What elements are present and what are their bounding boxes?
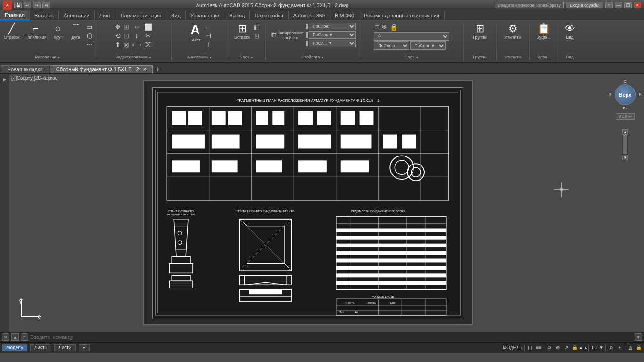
btn-edit8[interactable]: ↕: [131, 32, 142, 40]
osnap-icon[interactable]: ↗: [563, 345, 570, 351]
btn-layer-manager[interactable]: ≡: [374, 23, 380, 31]
draw-expand-icon[interactable]: ▼: [58, 56, 61, 59]
tab-manage[interactable]: Управление: [186, 10, 224, 20]
btn-text[interactable]: A Текст: [187, 23, 204, 43]
search-bar[interactable]: Введите ключевое слово/фразу: [495, 2, 564, 8]
add-icon[interactable]: +: [616, 345, 623, 351]
polar-icon[interactable]: ⊕: [554, 345, 561, 351]
cmd-scroll-btn[interactable]: ▼: [635, 333, 642, 341]
3dosnap-icon[interactable]: 🔒: [571, 345, 578, 351]
layer-select[interactable]: 0: [374, 32, 449, 41]
block-expand-icon[interactable]: ▼: [250, 56, 254, 59]
scroll-down-btn[interactable]: ▼: [622, 155, 628, 160]
tab-drawing[interactable]: Сборный фундамент Ф 1.5X1.5 - 2* ✕: [50, 65, 153, 73]
btn-draw-extra1[interactable]: ▭: [85, 23, 94, 31]
tab-annotations[interactable]: Аннотации: [59, 10, 95, 20]
btn-circle[interactable]: ○ Круг: [50, 23, 66, 41]
btn-edit5[interactable]: ⊡: [123, 32, 130, 40]
cmd-close-btn[interactable]: ✕: [2, 333, 9, 341]
btn-edit12[interactable]: ⌧: [143, 41, 153, 49]
btn-edit3[interactable]: ⬆: [114, 41, 122, 49]
layer-dropdown-1[interactable]: ПоСлою: [309, 23, 356, 30]
btn-edit11[interactable]: ✂: [143, 32, 153, 40]
btn-edit10[interactable]: ⬜: [143, 23, 153, 31]
edit-expand-icon[interactable]: ▼: [149, 56, 152, 59]
btn-edit6[interactable]: ⊠: [123, 41, 130, 49]
btn-utilities[interactable]: ⚙ Утилиты: [503, 23, 523, 41]
signin-button[interactable]: Вход в службы: [566, 2, 603, 8]
mcs-badge[interactable]: МСК ↩: [616, 113, 635, 120]
btn-annot3[interactable]: ⊥: [205, 41, 212, 49]
otrack-icon[interactable]: ▲▲: [580, 345, 586, 351]
btn-annot1[interactable]: ⊢: [205, 23, 212, 31]
snap-icon[interactable]: ≡≡: [535, 345, 542, 351]
btn-insert[interactable]: ⊞ Вставка: [232, 23, 252, 41]
props-expand-icon[interactable]: ▼: [321, 56, 324, 59]
tab-view[interactable]: Вид: [166, 10, 186, 20]
tab-sheet[interactable]: Лист: [95, 10, 116, 20]
btn-layer-lock[interactable]: 🔒: [389, 23, 399, 31]
layers-expand-icon[interactable]: ▼: [416, 56, 419, 59]
tab-addons[interactable]: Надстройки: [250, 10, 288, 20]
close-button[interactable]: ✕: [634, 2, 641, 8]
cube-center-btn[interactable]: Верх: [615, 84, 636, 105]
btn-annot2[interactable]: ⊣: [205, 32, 212, 40]
restore-button[interactable]: ❐: [624, 2, 632, 8]
btn-line[interactable]: ╱ Отрезок: [2, 23, 22, 41]
quick-access-redo[interactable]: ↪: [33, 2, 41, 8]
layer-dropdown-2[interactable]: ПоСлок ▼: [309, 31, 356, 39]
tab-parametrize[interactable]: Параметризация: [116, 10, 166, 20]
cmd-menu-btn[interactable]: ≡: [21, 333, 28, 341]
ortho-icon[interactable]: ↺: [546, 345, 553, 351]
btn-polyline[interactable]: ⌐ Полилиния: [23, 23, 49, 41]
tab-output[interactable]: Вывод: [224, 10, 250, 20]
tab-home[interactable]: Главная: [0, 10, 30, 20]
tab-bim360[interactable]: BIM 360: [330, 10, 359, 20]
btn-edit4[interactable]: ⊞: [123, 23, 130, 31]
layer-linetype-select[interactable]: ПоСлок ▼: [410, 41, 446, 50]
btn-block2[interactable]: ⊡: [253, 32, 261, 40]
scale-text[interactable]: 1:1 ▼: [591, 345, 603, 350]
quick-access-save[interactable]: 💾: [14, 2, 22, 8]
btn-layer-freeze[interactable]: ❄: [380, 23, 388, 31]
statusbar-sheet2-tab[interactable]: Лист2: [54, 344, 75, 351]
statusbar-model-tab[interactable]: Модель: [2, 344, 27, 351]
command-input[interactable]: [30, 334, 633, 340]
workspace-icon[interactable]: 🖥: [627, 345, 634, 351]
grid-icon[interactable]: |||: [527, 345, 533, 351]
lock-icon[interactable]: 🔒: [636, 345, 642, 351]
layer-color-select[interactable]: ПоСлою: [374, 41, 409, 50]
tab-newtab[interactable]: Новая вкладка: [1, 65, 49, 73]
btn-edit7[interactable]: ↔: [131, 23, 142, 31]
btn-edit2[interactable]: ⟲: [114, 32, 122, 40]
btn-copy-props[interactable]: ⧉ Копированиесвойств: [269, 29, 305, 41]
btn-block1[interactable]: ▦: [253, 23, 261, 31]
tab-recommended[interactable]: Рекомендованные приложения: [359, 10, 445, 20]
quick-access-undo[interactable]: ↩: [24, 2, 31, 8]
tab-insert[interactable]: Вставка: [30, 10, 59, 20]
annotation-expand-icon[interactable]: ▼: [209, 56, 212, 59]
minimize-button[interactable]: —: [615, 2, 622, 8]
scroll-thumb[interactable]: [623, 135, 627, 154]
btn-draw-extra2[interactable]: ⬡: [85, 32, 94, 40]
quick-access-print[interactable]: 🖨: [42, 2, 50, 8]
statusbar-add-tab[interactable]: +: [79, 344, 90, 351]
btn-groups[interactable]: ⊞ Группы: [471, 23, 489, 41]
scroll-up-btn[interactable]: ▲: [622, 129, 628, 135]
statusbar-sheet1-tab[interactable]: Лист1: [30, 344, 51, 351]
cmd-up-btn[interactable]: ▲: [11, 333, 19, 341]
tab-a360[interactable]: Autodesk 360: [289, 10, 330, 20]
help-button[interactable]: ?: [605, 2, 613, 8]
btn-clipboard[interactable]: 📋 Буфе...: [535, 23, 553, 41]
btn-edit9[interactable]: ⟷: [131, 41, 142, 49]
layer-dropdown-3[interactable]: ПоСл... ▼: [309, 40, 356, 47]
scrollbar-right[interactable]: ▲ ▼: [622, 129, 628, 160]
btn-view[interactable]: 👁 Вид: [561, 23, 578, 41]
btn-arc[interactable]: ⌒ Дуга: [67, 23, 84, 41]
tab-drawing-close[interactable]: ✕: [143, 67, 147, 72]
btn-draw-extra3[interactable]: ⋯: [85, 41, 94, 49]
tab-add-button[interactable]: +: [154, 65, 162, 73]
settings-icon[interactable]: ⚙: [608, 345, 614, 351]
canvas-area[interactable]: [-][Сверху][2D-каркас] X Y ФРАГМЕНТН: [9, 74, 606, 332]
btn-edit1[interactable]: ✥: [114, 23, 122, 31]
